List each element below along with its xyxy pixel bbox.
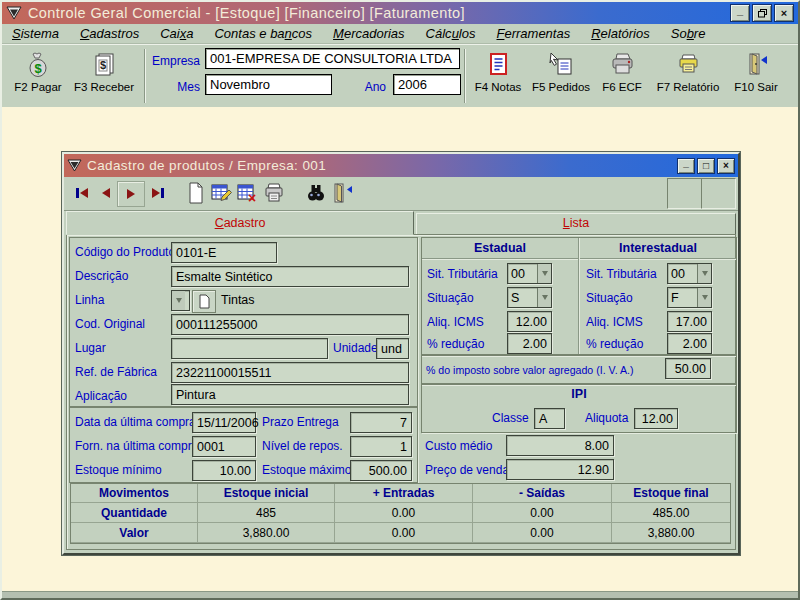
menu-bar: Sistema Cadastros Caixa Contas e bancos …	[2, 24, 798, 44]
notas-icon	[470, 48, 526, 78]
minimize-button[interactable]: _	[730, 4, 750, 22]
menu-item-caixa[interactable]: Caixa	[160, 26, 193, 41]
new-record-button[interactable]	[184, 181, 208, 205]
child-maximize-button[interactable]: □	[697, 158, 715, 174]
mes-field[interactable]: Novembro	[205, 74, 332, 95]
menu-item-ferramentas[interactable]: Ferramentas	[496, 26, 570, 41]
moneybag-icon: $	[8, 48, 68, 78]
table-header: Movimentos	[71, 484, 198, 503]
estoque-maximo-field[interactable]: 500.00	[350, 460, 412, 481]
situacao-label: Situação	[586, 291, 633, 305]
interestadual-situacao-combo[interactable]: F	[667, 287, 712, 308]
table-row-label: Valor	[71, 523, 198, 543]
data-ultima-compra-field[interactable]: 15/11/2006	[192, 412, 256, 433]
table-header: + Entradas	[335, 484, 473, 503]
table-row-label: Quantidade	[71, 503, 198, 523]
menu-item-sobre[interactable]: Sobre	[671, 26, 706, 41]
pagar-button[interactable]: $ F2 Pagar	[8, 48, 68, 103]
table-cell: 485.00	[612, 503, 730, 523]
nivel-repos-field[interactable]: 1	[350, 436, 412, 457]
toolbar-separator	[464, 49, 466, 103]
nav-first-icon	[76, 188, 79, 198]
ref-fabrica-label: Ref. de Fábrica	[75, 365, 157, 379]
main-titlebar: Controle Geral Comercial - [Estoque] [Fi…	[2, 2, 798, 24]
aliquota-field[interactable]: 12.00	[634, 408, 678, 429]
menu-item-calculos[interactable]: Cálculos	[426, 26, 476, 41]
estadual-sit-trib-combo[interactable]: 00	[507, 263, 552, 284]
close-button[interactable]: ×	[774, 4, 794, 22]
tab-lista[interactable]: Lista	[416, 213, 736, 235]
menu-item-mercadorias[interactable]: Mercadorias	[333, 26, 405, 41]
svg-text:$: $	[34, 61, 42, 76]
ref-fabrica-field[interactable]: 23221100015511	[171, 362, 409, 383]
preco-venda-field[interactable]: 12.90	[506, 459, 614, 480]
lugar-field[interactable]	[171, 338, 328, 359]
cadastro-produtos-window: Cadastro de produtos / Empresa: 001 _ □ …	[62, 152, 740, 555]
sit-trib-label: Sit. Tributária	[427, 267, 498, 281]
pedidos-button[interactable]: F5 Pedidos	[529, 48, 593, 103]
delete-record-button[interactable]: ×	[236, 181, 260, 205]
iva-panel: % do imposto sobre valor agregado (I. V.…	[421, 354, 737, 385]
sair-button[interactable]: F10 Sair	[728, 48, 784, 103]
table-cell: 0.00	[335, 503, 473, 523]
edit-record-button[interactable]	[210, 181, 234, 205]
cod-original-field[interactable]: 000111255000	[171, 314, 409, 335]
reducao-label: % redução	[586, 337, 643, 351]
table-cell: 3,880.00	[612, 523, 730, 543]
interestadual-aliq-field[interactable]: 17.00	[667, 311, 712, 332]
exit-window-button[interactable]	[330, 181, 354, 205]
tab-cadastro[interactable]: Cadastro	[66, 211, 414, 235]
situacao-label: Situação	[427, 291, 474, 305]
aplicacao-field[interactable]: Pintura	[171, 384, 409, 405]
relatorio-button[interactable]: F7 Relatório	[651, 48, 725, 103]
estoque-minimo-field[interactable]: 10.00	[192, 460, 256, 481]
receber-button[interactable]: $ F3 Receber	[72, 48, 136, 103]
iva-field[interactable]: 50.00	[665, 358, 711, 379]
empresa-field[interactable]: 001-EMPRESA DE CONSULTORIA LTDA	[205, 48, 460, 69]
linha-combo[interactable]	[171, 290, 190, 311]
dropdown-arrow-icon	[172, 291, 185, 310]
prev-record-button[interactable]	[95, 181, 117, 205]
svg-text:$: $	[100, 59, 106, 71]
notas-button[interactable]: F4 Notas	[470, 48, 526, 103]
prazo-entrega-field[interactable]: 7	[350, 412, 412, 433]
search-button[interactable]	[304, 181, 328, 205]
new-record-icon	[198, 294, 211, 309]
menu-item-relatorios[interactable]: Relatórios	[591, 26, 650, 41]
aplicacao-label: Aplicação	[75, 389, 127, 403]
descricao-field[interactable]: Esmalte Sintético	[171, 266, 409, 287]
print-button[interactable]	[262, 181, 286, 205]
preco-venda-label: Preço de venda	[425, 463, 509, 477]
ano-field[interactable]: 2006	[393, 74, 461, 95]
next-record-button[interactable]	[117, 181, 145, 207]
child-minimize-button[interactable]: _	[677, 158, 695, 174]
table-cell: 3,880.00	[198, 523, 335, 543]
linha-new-button[interactable]	[192, 290, 216, 313]
nav-next-icon	[127, 189, 135, 199]
interestadual-reducao-field[interactable]: 2.00	[667, 333, 712, 354]
classe-label: Classe	[492, 411, 529, 425]
codigo-field[interactable]: 0101-E	[171, 242, 277, 263]
unidade-field[interactable]: und	[376, 338, 409, 359]
restore-button[interactable]	[752, 4, 772, 22]
relatorio-icon	[651, 48, 725, 78]
descricao-label: Descrição	[75, 269, 128, 283]
menu-item-cadastros[interactable]: Cadastros	[80, 26, 139, 41]
custo-medio-field[interactable]: 8.00	[506, 435, 614, 456]
first-record-button[interactable]	[71, 181, 93, 205]
classe-field[interactable]: A	[534, 408, 565, 429]
estadual-reducao-field[interactable]: 2.00	[507, 333, 552, 354]
dropdown-arrow-icon	[537, 288, 551, 307]
ecf-button[interactable]: F6 ECF	[596, 48, 648, 103]
forn-ultima-compra-field[interactable]: 0001	[192, 436, 256, 457]
menu-item-contas-e-bancos[interactable]: Contas e bancos	[214, 26, 312, 41]
interestadual-sit-trib-combo[interactable]: 00	[667, 263, 712, 284]
menu-item-sistema[interactable]: Sistema	[12, 26, 59, 41]
estadual-situacao-combo[interactable]: S	[507, 287, 552, 308]
child-close-button[interactable]: ×	[717, 158, 735, 174]
search-icon	[305, 182, 327, 204]
dropdown-arrow-icon	[537, 264, 551, 283]
lugar-label: Lugar	[75, 341, 106, 355]
estadual-aliq-field[interactable]: 12.00	[507, 311, 552, 332]
last-record-button[interactable]	[147, 181, 169, 205]
